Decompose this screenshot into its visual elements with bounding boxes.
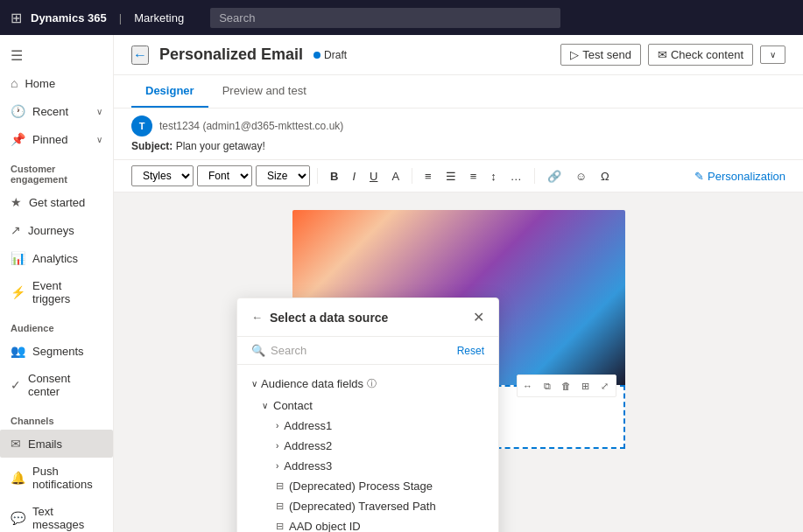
star-icon: ★	[11, 195, 22, 209]
topbar: ⊞ Dynamics 365 | Marketing	[0, 0, 803, 35]
align-button[interactable]: ≡	[419, 167, 437, 186]
special-char-button[interactable]: Ω	[595, 167, 615, 186]
test-send-button[interactable]: ▷ Test send	[560, 44, 641, 66]
home-icon: ⌂	[11, 76, 18, 90]
bold-button[interactable]: B	[325, 167, 343, 186]
subject-value: Plan your getaway!	[176, 140, 265, 152]
editor-area: Text ↔ ⧉ 🗑 ⊞ ⤢ Hi {{firstname}}, Let us …	[114, 192, 803, 532]
tabs-bar: Designer Preview and test	[114, 75, 803, 108]
trigger-icon: ⚡	[11, 285, 25, 299]
sidebar-item-pinned[interactable]: 📌 Pinned ∨	[0, 125, 113, 153]
sidebar-item-recent[interactable]: 🕐 Recent ∨	[0, 97, 113, 125]
email-icon: ✉	[11, 437, 21, 451]
line-height-button[interactable]: ↕	[485, 167, 502, 186]
reset-button[interactable]: Reset	[457, 345, 484, 357]
tab-designer[interactable]: Designer	[131, 75, 208, 108]
font-color-button[interactable]: A	[386, 167, 405, 186]
emoji-button[interactable]: ☺	[570, 167, 592, 186]
modal-close-button[interactable]: ✕	[473, 309, 484, 326]
sidebar-item-home[interactable]: ⌂ Home	[0, 69, 113, 97]
sidebar-item-emails[interactable]: ✉ Emails	[0, 430, 113, 458]
tree-item-text: (Deprecated) Traversed Path	[289, 500, 436, 513]
modal-search-input[interactable]	[271, 344, 452, 357]
journey-icon: ↗	[11, 223, 21, 237]
back-arrow-icon[interactable]: ←	[251, 311, 263, 324]
styles-select[interactable]: Styles	[131, 165, 194, 186]
search-icon: 🔍	[251, 344, 265, 357]
field-icon: ⊟	[276, 500, 284, 512]
tree-item-address3[interactable]: › Address3	[237, 456, 498, 476]
contact-section[interactable]: ∨ Contact	[237, 396, 498, 416]
sidebar-hamburger[interactable]: ☰	[0, 42, 113, 69]
move-icon[interactable]: ⤢	[596, 377, 614, 395]
global-search-input[interactable]	[210, 8, 560, 28]
underline-button[interactable]: U	[364, 167, 383, 186]
tree-item-aad-object-id[interactable]: ⊟ AAD object ID	[237, 516, 498, 532]
sidebar-item-segments[interactable]: 👥 Segments	[0, 337, 113, 365]
sidebar-item-label: Emails	[28, 438, 62, 451]
sidebar-item-consent-center[interactable]: ✓ Consent center	[0, 365, 113, 405]
chat-icon: 💬	[11, 511, 25, 525]
topbar-separator: |	[119, 11, 122, 24]
sidebar-item-analytics[interactable]: 📊 Analytics	[0, 244, 113, 272]
sidebar-item-text-messages[interactable]: 💬 Text messages	[0, 498, 113, 532]
page-title: Personalized Email	[159, 46, 303, 64]
sidebar-section-channels: Channels	[0, 405, 113, 430]
status-dot	[313, 52, 320, 59]
italic-button[interactable]: I	[347, 167, 361, 186]
sidebar-item-label: Recent	[32, 105, 68, 118]
size-select[interactable]: Size	[256, 165, 310, 186]
arrows-icon[interactable]: ↔	[519, 377, 537, 395]
chevron-right-icon: ›	[276, 461, 278, 471]
sidebar-item-event-triggers[interactable]: ⚡ Event triggers	[0, 272, 113, 312]
header-actions: ▷ Test send ✉ Check content ∨	[560, 44, 785, 66]
tab-label: Designer	[145, 84, 194, 97]
more-options-button[interactable]: ∨	[760, 46, 785, 64]
sidebar-item-label: Push notifications	[32, 465, 102, 491]
personalization-icon: ✎	[694, 170, 704, 183]
sidebar-item-get-started[interactable]: ★ Get started	[0, 188, 113, 216]
info-icon: ⓘ	[367, 377, 377, 390]
email-meta: T test1234 (admin1@d365-mkttest.co.uk) S…	[114, 108, 803, 160]
sidebar-item-label: Home	[25, 77, 55, 90]
modal-title-row: ← Select a data source	[251, 311, 388, 325]
tree-item-address2[interactable]: › Address2	[237, 436, 498, 456]
audience-section-header[interactable]: ∨ Audience data fields ⓘ	[237, 372, 498, 396]
tree-item-text: Address2	[284, 439, 332, 452]
more-button[interactable]: …	[505, 167, 527, 186]
font-select[interactable]: Font	[197, 165, 252, 186]
subject-line: Subject: Plan your getaway!	[131, 140, 785, 152]
check-content-button[interactable]: ✉ Check content	[648, 44, 753, 66]
link-button[interactable]: 🔗	[542, 167, 567, 186]
grid-icon[interactable]: ⊞	[577, 377, 595, 395]
grid-icon[interactable]: ⊞	[11, 10, 22, 26]
modal-title: Select a data source	[270, 311, 388, 325]
sidebar-item-journeys[interactable]: ↗ Journeys	[0, 216, 113, 244]
tree-item-address1[interactable]: › Address1	[237, 416, 498, 436]
tree-item-text: Address3	[284, 459, 332, 472]
chevron-right-icon: ›	[276, 441, 278, 451]
topbar-module: Marketing	[134, 11, 184, 24]
tree-item-deprecated-traversed-path[interactable]: ⊟ (Deprecated) Traversed Path	[237, 496, 498, 516]
sidebar-item-label: Consent center	[28, 372, 102, 398]
tab-label: Preview and test	[222, 84, 306, 97]
copy-icon[interactable]: ⧉	[539, 377, 556, 395]
ordered-list-button[interactable]: ☰	[440, 167, 461, 186]
unordered-list-button[interactable]: ≡	[465, 167, 483, 186]
modal-header: ← Select a data source ✕	[237, 298, 498, 337]
tab-preview-test[interactable]: Preview and test	[208, 75, 320, 108]
subject-label: Subject:	[131, 140, 173, 152]
personalization-button[interactable]: ✎ Personalization	[694, 170, 785, 183]
check-content-icon: ✉	[658, 48, 667, 61]
sidebar-item-label: Pinned	[32, 133, 67, 146]
data-source-modal: ← Select a data source ✕ 🔍 Reset ∨ Audie…	[236, 298, 499, 532]
tree-item-deprecated-process-stage[interactable]: ⊟ (Deprecated) Process Stage	[237, 476, 498, 496]
back-button[interactable]: ←	[131, 46, 149, 65]
main-content: ← Personalized Email Draft ▷ Test send ✉…	[114, 35, 803, 532]
sidebar-item-push-notifications[interactable]: 🔔 Push notifications	[0, 458, 113, 498]
sidebar-item-label: Get started	[29, 196, 85, 209]
delete-icon[interactable]: 🗑	[558, 377, 575, 395]
chevron-right-icon: ›	[276, 421, 278, 430]
chevron-down-icon: ∨	[96, 135, 102, 144]
email-from-name: test1234 (admin1@d365-mkttest.co.uk)	[159, 120, 343, 132]
